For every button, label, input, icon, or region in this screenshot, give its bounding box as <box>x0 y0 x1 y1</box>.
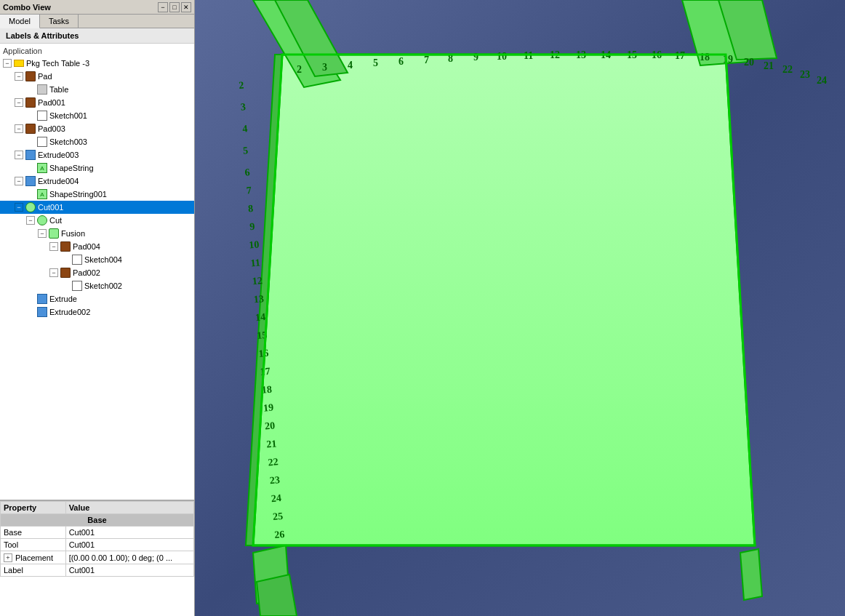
tab-model[interactable]: Model <box>0 15 40 28</box>
tree-item-pkg-tech-table[interactable]: − Pkg Tech Table -3 <box>0 57 194 70</box>
maximize-button[interactable]: □ <box>169 2 180 12</box>
tree-item-pad003[interactable]: − Pad003 <box>0 122 194 135</box>
tree-item-table[interactable]: Table <box>0 83 194 96</box>
svg-text:21: 21 <box>266 438 277 449</box>
tree-item-sketch003[interactable]: Sketch003 <box>0 135 194 148</box>
toggle-extrude003[interactable]: − <box>15 151 23 159</box>
toggle-pad002[interactable]: − <box>49 268 58 277</box>
tree-item-sketch004[interactable]: Sketch004 <box>0 253 194 266</box>
sketch004-icon <box>71 254 83 265</box>
svg-text:23: 23 <box>269 474 280 486</box>
tree-item-extrude002[interactable]: Extrude002 <box>0 305 194 319</box>
tree-item-fusion[interactable]: − Fusion <box>0 227 194 240</box>
svg-text:2: 2 <box>239 79 244 91</box>
toggle-cut[interactable]: − <box>26 216 35 225</box>
tree-item-sketch002[interactable]: Sketch002 <box>0 279 194 292</box>
tree-item-shapestring[interactable]: A ShapeString <box>0 161 194 175</box>
sketch001-icon <box>36 110 48 121</box>
svg-text:10: 10 <box>249 239 260 250</box>
shapestring001-icon: A <box>36 188 48 200</box>
svg-text:3: 3 <box>240 101 246 113</box>
svg-text:2: 2 <box>297 64 302 75</box>
svg-text:4: 4 <box>348 60 353 71</box>
tree-item-extrude003[interactable]: − Extrude003 <box>0 148 194 161</box>
svg-text:6: 6 <box>244 167 250 178</box>
props-base-value: Cut001 <box>65 527 193 539</box>
svg-text:23: 23 <box>800 69 810 80</box>
props-placement-value: [(0.00 0.00 1.00); 0 deg; (0 ... <box>65 551 193 564</box>
col-value: Value <box>65 502 193 514</box>
cut-icon <box>36 215 48 226</box>
toggle-pad001[interactable]: − <box>15 98 23 107</box>
extrude004-icon <box>25 175 36 187</box>
pad002-icon <box>60 267 71 279</box>
svg-text:24: 24 <box>271 492 281 504</box>
svg-marker-8 <box>257 575 297 616</box>
viewport-svg: 2 3 4 5 6 7 8 9 10 11 12 13 14 15 16 17 … <box>195 0 845 616</box>
svg-text:12: 12 <box>252 275 263 287</box>
svg-text:3: 3 <box>322 62 327 73</box>
svg-text:7: 7 <box>246 185 252 196</box>
props-row-base[interactable]: Base Cut001 <box>1 527 194 539</box>
svg-text:14: 14 <box>255 311 265 323</box>
placement-expand[interactable]: + <box>4 553 12 562</box>
svg-text:6: 6 <box>399 56 404 67</box>
toggle-cut001[interactable]: − <box>15 203 23 212</box>
tree-item-pad001[interactable]: − Pad001 <box>0 96 194 109</box>
toggle-pkg-tech-table[interactable]: − <box>3 59 12 68</box>
svg-text:25: 25 <box>272 511 283 522</box>
props-row-tool[interactable]: Tool Cut001 <box>1 539 194 551</box>
props-tool-property: Tool <box>1 539 66 551</box>
props-label-property: Label <box>1 564 66 577</box>
svg-marker-1 <box>253 55 755 545</box>
pad004-icon <box>60 241 71 252</box>
fusion-icon <box>48 228 60 239</box>
toggle-pad004[interactable]: − <box>49 242 58 251</box>
svg-text:22: 22 <box>268 456 279 468</box>
svg-text:26: 26 <box>274 529 285 540</box>
extrude002-icon <box>36 306 48 318</box>
svg-text:10: 10 <box>497 51 507 62</box>
tree-item-sketch001[interactable]: Sketch001 <box>0 109 194 122</box>
col-property: Property <box>1 502 66 514</box>
toggle-extrude004[interactable]: − <box>15 177 23 185</box>
toggle-pad[interactable]: − <box>15 72 23 81</box>
props-row-label[interactable]: Label Cut001 <box>1 564 194 577</box>
tree-item-extrude004[interactable]: − Extrude004 <box>0 175 194 188</box>
tree-item-extrude[interactable]: Extrude <box>0 292 194 305</box>
tree-area[interactable]: Application − Pkg Tech Table -3 − Pad Ta… <box>0 44 194 500</box>
svg-text:5: 5 <box>242 145 248 156</box>
tree-item-shapestring001[interactable]: A ShapeString001 <box>0 188 194 201</box>
svg-text:19: 19 <box>263 402 273 414</box>
toggle-pad003[interactable]: − <box>15 124 23 133</box>
svg-text:21: 21 <box>764 60 774 71</box>
svg-text:20: 20 <box>744 57 754 68</box>
left-panel: Combo View − □ ✕ Model Tasks Labels & At… <box>0 0 195 616</box>
svg-text:8: 8 <box>247 203 253 215</box>
tree-item-cut001[interactable]: − Cut001 <box>0 201 194 214</box>
svg-text:13: 13 <box>253 293 264 305</box>
viewport-3d[interactable]: 2 3 4 5 6 7 8 9 10 11 12 13 14 15 16 17 … <box>195 0 845 616</box>
props-row-placement[interactable]: + Placement [(0.00 0.00 1.00); 0 deg; (0… <box>1 551 194 564</box>
svg-text:22: 22 <box>782 64 793 75</box>
properties-table: Property Value Base Base Cut001 Tool Cut… <box>0 501 194 577</box>
tab-bar: Model Tasks <box>0 15 194 28</box>
tree-section-application: Application <box>0 45 194 57</box>
svg-text:20: 20 <box>265 420 276 431</box>
svg-text:4: 4 <box>242 123 248 135</box>
tree-item-pad[interactable]: − Pad <box>0 70 194 83</box>
tree-item-pad004[interactable]: − Pad004 <box>0 240 194 253</box>
svg-marker-9 <box>740 549 762 600</box>
tree-item-pad002[interactable]: − Pad002 <box>0 266 194 279</box>
shapestring-icon: A <box>36 162 48 174</box>
properties-panel: Property Value Base Base Cut001 Tool Cut… <box>0 500 194 616</box>
minimize-button[interactable]: − <box>158 2 168 12</box>
window-title: Combo View <box>3 3 51 12</box>
tab-tasks[interactable]: Tasks <box>40 15 79 28</box>
folder-icon <box>13 57 25 69</box>
pad-icon <box>25 71 36 82</box>
toggle-fusion[interactable]: − <box>38 229 47 238</box>
svg-text:5: 5 <box>373 57 378 68</box>
close-button[interactable]: ✕ <box>181 2 191 12</box>
tree-item-cut[interactable]: − Cut <box>0 214 194 227</box>
